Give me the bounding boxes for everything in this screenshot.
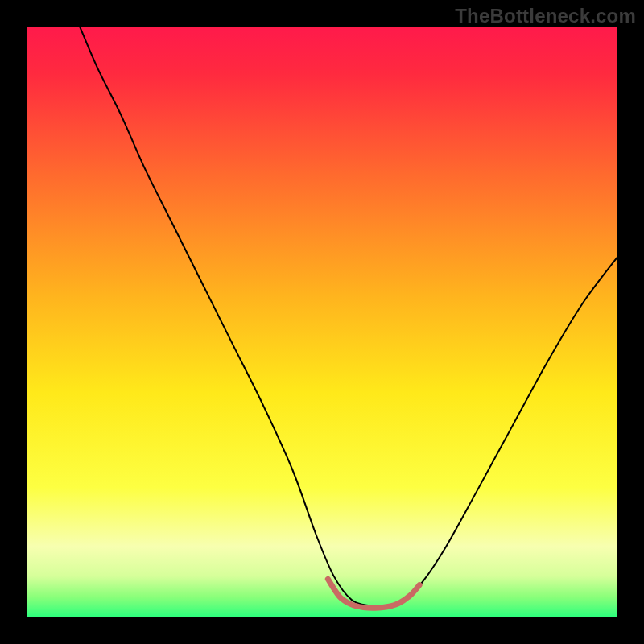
valley-highlight bbox=[328, 579, 419, 608]
bottleneck-curve bbox=[80, 27, 617, 606]
curve-layer bbox=[27, 27, 617, 617]
plot-area bbox=[27, 27, 617, 617]
watermark-text: TheBottleneck.com bbox=[455, 5, 636, 27]
chart-container: TheBottleneck.com bbox=[0, 0, 644, 644]
